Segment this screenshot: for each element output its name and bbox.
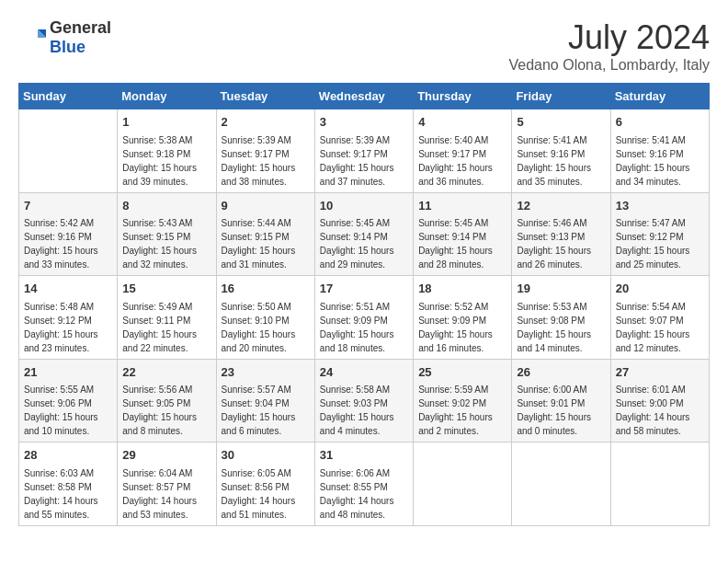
calendar-week-row: 1Sunrise: 5:38 AMSunset: 9:18 PMDaylight… <box>19 109 710 193</box>
day-number: 2 <box>222 113 310 132</box>
day-info: Sunrise: 5:40 AMSunset: 9:17 PMDaylight:… <box>418 133 506 189</box>
calendar-cell: 1Sunrise: 5:38 AMSunset: 9:18 PMDaylight… <box>118 109 216 193</box>
month-year-title: July 2024 <box>508 18 710 57</box>
day-number: 5 <box>517 113 605 132</box>
day-number: 11 <box>418 197 506 215</box>
calendar-cell: 3Sunrise: 5:39 AMSunset: 9:17 PMDaylight… <box>314 109 413 193</box>
calendar-cell: 9Sunrise: 5:44 AMSunset: 9:15 PMDaylight… <box>216 192 314 276</box>
logo-general-text: General <box>50 18 111 37</box>
calendar-cell: 20Sunrise: 5:54 AMSunset: 9:07 PMDayligh… <box>610 276 709 360</box>
day-number: 28 <box>24 446 112 465</box>
calendar-cell: 13Sunrise: 5:47 AMSunset: 9:12 PMDayligh… <box>610 192 709 276</box>
day-info: Sunrise: 5:49 AMSunset: 9:11 PMDaylight:… <box>122 300 210 355</box>
day-number: 12 <box>517 197 605 215</box>
calendar-cell: 7Sunrise: 5:42 AMSunset: 9:16 PMDaylight… <box>19 192 118 276</box>
day-number: 26 <box>517 363 605 382</box>
calendar-cell: 15Sunrise: 5:49 AMSunset: 9:11 PMDayligh… <box>118 276 216 360</box>
column-header-monday: Monday <box>118 84 216 109</box>
day-info: Sunrise: 5:42 AMSunset: 9:16 PMDaylight:… <box>24 216 112 271</box>
day-number: 16 <box>222 280 310 298</box>
day-info: Sunrise: 5:47 AMSunset: 9:12 PMDaylight:… <box>616 216 704 271</box>
day-number: 7 <box>24 197 112 215</box>
day-info: Sunrise: 5:52 AMSunset: 9:09 PMDaylight:… <box>418 300 506 355</box>
calendar-cell: 14Sunrise: 5:48 AMSunset: 9:12 PMDayligh… <box>19 276 118 360</box>
day-info: Sunrise: 5:39 AMSunset: 9:17 PMDaylight:… <box>320 133 408 189</box>
day-info: Sunrise: 5:48 AMSunset: 9:12 PMDaylight:… <box>24 300 112 355</box>
calendar-cell: 28Sunrise: 6:03 AMSunset: 8:58 PMDayligh… <box>19 442 118 526</box>
calendar-cell: 31Sunrise: 6:06 AMSunset: 8:55 PMDayligh… <box>314 442 413 526</box>
logo-icon <box>18 24 46 52</box>
day-info: Sunrise: 5:58 AMSunset: 9:03 PMDaylight:… <box>320 383 408 438</box>
day-number: 21 <box>24 363 112 382</box>
title-area: July 2024 Vedano Olona, Lombardy, Italy <box>508 18 710 74</box>
day-number: 9 <box>222 197 310 215</box>
calendar-cell: 27Sunrise: 6:01 AMSunset: 9:00 PMDayligh… <box>610 359 709 442</box>
day-info: Sunrise: 5:51 AMSunset: 9:09 PMDaylight:… <box>320 300 408 355</box>
day-info: Sunrise: 5:53 AMSunset: 9:08 PMDaylight:… <box>517 300 605 355</box>
day-info: Sunrise: 6:00 AMSunset: 9:01 PMDaylight:… <box>517 383 605 438</box>
calendar-cell: 5Sunrise: 5:41 AMSunset: 9:16 PMDaylight… <box>512 109 610 193</box>
day-number: 23 <box>222 363 310 382</box>
day-number: 17 <box>320 280 408 298</box>
calendar-cell <box>512 442 610 526</box>
calendar-cell: 30Sunrise: 6:05 AMSunset: 8:56 PMDayligh… <box>216 442 314 526</box>
calendar-cell: 29Sunrise: 6:04 AMSunset: 8:57 PMDayligh… <box>118 442 216 526</box>
day-number: 30 <box>222 446 310 465</box>
day-info: Sunrise: 6:01 AMSunset: 9:00 PMDaylight:… <box>616 383 704 438</box>
calendar-cell: 26Sunrise: 6:00 AMSunset: 9:01 PMDayligh… <box>512 359 610 442</box>
column-header-sunday: Sunday <box>19 84 118 109</box>
day-info: Sunrise: 6:03 AMSunset: 8:58 PMDaylight:… <box>24 466 112 522</box>
calendar-cell: 10Sunrise: 5:45 AMSunset: 9:14 PMDayligh… <box>314 192 413 276</box>
day-number: 15 <box>122 280 210 298</box>
calendar-cell: 22Sunrise: 5:56 AMSunset: 9:05 PMDayligh… <box>118 359 216 442</box>
day-info: Sunrise: 5:39 AMSunset: 9:17 PMDaylight:… <box>222 133 310 189</box>
day-number: 4 <box>418 113 506 132</box>
column-header-wednesday: Wednesday <box>314 84 413 109</box>
calendar-cell: 11Sunrise: 5:45 AMSunset: 9:14 PMDayligh… <box>414 192 512 276</box>
calendar-cell: 17Sunrise: 5:51 AMSunset: 9:09 PMDayligh… <box>314 276 413 360</box>
day-number: 1 <box>122 113 210 132</box>
calendar-cell <box>610 442 709 526</box>
day-info: Sunrise: 5:50 AMSunset: 9:10 PMDaylight:… <box>222 300 310 355</box>
calendar-week-row: 7Sunrise: 5:42 AMSunset: 9:16 PMDaylight… <box>19 192 710 276</box>
calendar-cell: 12Sunrise: 5:46 AMSunset: 9:13 PMDayligh… <box>512 192 610 276</box>
day-number: 27 <box>616 363 704 382</box>
calendar-week-row: 21Sunrise: 5:55 AMSunset: 9:06 PMDayligh… <box>19 359 710 442</box>
day-number: 3 <box>320 113 408 132</box>
day-number: 6 <box>616 113 704 132</box>
calendar-cell: 24Sunrise: 5:58 AMSunset: 9:03 PMDayligh… <box>314 359 413 442</box>
day-number: 14 <box>24 280 112 298</box>
day-number: 25 <box>418 363 506 382</box>
calendar-cell: 25Sunrise: 5:59 AMSunset: 9:02 PMDayligh… <box>414 359 512 442</box>
column-header-thursday: Thursday <box>414 84 512 109</box>
calendar-cell: 21Sunrise: 5:55 AMSunset: 9:06 PMDayligh… <box>19 359 118 442</box>
day-info: Sunrise: 5:45 AMSunset: 9:14 PMDaylight:… <box>320 216 408 271</box>
calendar-cell: 2Sunrise: 5:39 AMSunset: 9:17 PMDaylight… <box>216 109 314 193</box>
calendar-cell: 16Sunrise: 5:50 AMSunset: 9:10 PMDayligh… <box>216 276 314 360</box>
day-info: Sunrise: 5:38 AMSunset: 9:18 PMDaylight:… <box>122 133 210 189</box>
calendar-cell: 8Sunrise: 5:43 AMSunset: 9:15 PMDaylight… <box>118 192 216 276</box>
calendar-header-row: SundayMondayTuesdayWednesdayThursdayFrid… <box>19 84 710 109</box>
day-number: 24 <box>320 363 408 382</box>
day-number: 22 <box>122 363 210 382</box>
logo: General Blue <box>18 18 111 57</box>
column-header-saturday: Saturday <box>610 84 709 109</box>
day-number: 29 <box>122 446 210 465</box>
day-info: Sunrise: 5:59 AMSunset: 9:02 PMDaylight:… <box>418 383 506 438</box>
column-header-tuesday: Tuesday <box>216 84 314 109</box>
day-info: Sunrise: 6:06 AMSunset: 8:55 PMDaylight:… <box>320 466 408 522</box>
day-number: 10 <box>320 197 408 215</box>
day-info: Sunrise: 5:56 AMSunset: 9:05 PMDaylight:… <box>122 383 210 438</box>
calendar-cell: 4Sunrise: 5:40 AMSunset: 9:17 PMDaylight… <box>414 109 512 193</box>
day-number: 18 <box>418 280 506 298</box>
calendar-cell <box>19 109 118 193</box>
calendar-cell <box>414 442 512 526</box>
day-info: Sunrise: 5:41 AMSunset: 9:16 PMDaylight:… <box>616 133 704 189</box>
calendar-cell: 23Sunrise: 5:57 AMSunset: 9:04 PMDayligh… <box>216 359 314 442</box>
page-header: General Blue July 2024 Vedano Olona, Lom… <box>18 18 710 74</box>
calendar-cell: 18Sunrise: 5:52 AMSunset: 9:09 PMDayligh… <box>414 276 512 360</box>
logo-blue-text: Blue <box>50 38 85 56</box>
day-number: 20 <box>616 280 704 298</box>
day-info: Sunrise: 6:04 AMSunset: 8:57 PMDaylight:… <box>122 466 210 522</box>
day-info: Sunrise: 6:05 AMSunset: 8:56 PMDaylight:… <box>222 466 310 522</box>
